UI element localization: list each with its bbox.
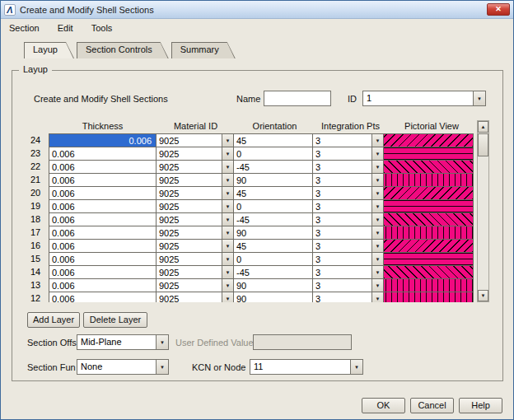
chevron-down-icon[interactable]: ▼ [371,266,383,278]
material-id-combo[interactable]: 9025▼ [156,173,234,187]
integration-pts-combo[interactable]: 3▼ [312,252,384,266]
delete-layer-button[interactable]: Delete Layer [83,312,147,328]
thickness-field[interactable]: 0.006 [49,133,157,147]
integration-pts-combo[interactable]: 3▼ [312,173,384,187]
material-id-combo[interactable]: 9025▼ [156,239,234,253]
chevron-down-icon[interactable]: ▼ [222,134,233,147]
chevron-down-icon[interactable]: ▼ [222,266,233,278]
menu-item-section[interactable]: Section [7,21,41,35]
material-id-combo[interactable]: 9025▼ [156,186,234,200]
scroll-up-button[interactable]: ▲ [478,121,488,133]
titlebar[interactable]: Λ Create and Modify Shell Sections ✕ [1,1,513,19]
add-layer-button[interactable]: Add Layer [27,312,80,328]
orientation-field[interactable]: 45 [233,186,313,200]
orientation-field[interactable]: -45 [233,265,313,279]
orientation-field[interactable]: -45 [233,212,313,226]
material-id-combo[interactable]: 9025▼ [156,199,234,213]
thickness-field[interactable]: 0.006 [49,292,157,302]
chevron-down-icon[interactable]: ▼ [371,187,383,199]
thickness-field[interactable]: 0.006 [49,239,157,253]
chevron-down-icon[interactable]: ▼ [222,279,233,292]
integration-pts-combo[interactable]: 3▼ [312,265,384,279]
chevron-down-icon[interactable]: ▼ [222,187,233,199]
thickness-field[interactable]: 0.006 [49,252,157,266]
chevron-down-icon[interactable]: ▼ [222,213,233,226]
help-button[interactable]: Help [459,398,502,413]
integration-pts-combo[interactable]: 3▼ [312,278,384,292]
material-id-combo[interactable]: 9025▼ [156,252,234,266]
scrollbar-thumb[interactable] [478,133,488,156]
chevron-down-icon[interactable]: ▼ [350,360,362,374]
orientation-field[interactable]: 45 [233,133,313,147]
table-scrollbar[interactable]: ▲ ▼ [477,120,489,302]
chevron-down-icon[interactable]: ▼ [371,253,383,265]
material-id-combo[interactable]: 9025▼ [156,160,234,174]
chevron-down-icon[interactable]: ▼ [371,134,383,147]
thickness-field[interactable]: 0.006 [49,186,157,200]
thickness-field[interactable]: 0.006 [49,199,157,213]
thickness-field[interactable]: 0.006 [49,265,157,279]
material-id-combo[interactable]: 9025▼ [156,147,234,161]
integration-pts-combo[interactable]: 3▼ [312,199,384,213]
integration-pts-combo[interactable]: 3▼ [312,239,384,253]
chevron-down-icon[interactable]: ▼ [222,253,233,265]
integration-pts-combo[interactable]: 3▼ [312,160,384,174]
integration-pts-combo[interactable]: 3▼ [312,226,384,240]
orientation-field[interactable]: 90 [233,292,313,302]
chevron-down-icon[interactable]: ▼ [222,226,233,239]
material-id-combo[interactable]: 9025▼ [156,278,234,292]
cancel-button[interactable]: Cancel [410,398,454,413]
orientation-field[interactable]: 0 [233,199,313,213]
integration-pts-combo[interactable]: 3▼ [312,133,384,147]
tab-section-controls[interactable]: Section Controls [77,42,169,58]
chevron-down-icon[interactable]: ▼ [371,226,383,239]
orientation-field[interactable]: 90 [233,278,313,292]
integration-pts-combo[interactable]: 3▼ [312,292,384,302]
thickness-field[interactable]: 0.006 [49,147,157,161]
orientation-field[interactable]: 0 [233,147,313,161]
kcn-or-node-combo[interactable]: 11 ▼ [250,359,363,375]
chevron-down-icon[interactable]: ▼ [222,200,233,212]
thickness-field[interactable]: 0.006 [49,226,157,240]
id-combo[interactable]: 1 ▼ [362,91,486,106]
orientation-field[interactable]: -45 [233,160,313,174]
ok-button[interactable]: OK [362,398,405,413]
integration-pts-combo[interactable]: 3▼ [312,212,384,226]
chevron-down-icon[interactable]: ▼ [371,279,383,292]
chevron-down-icon[interactable]: ▼ [222,161,233,173]
orientation-field[interactable]: 0 [233,252,313,266]
name-input[interactable] [264,91,331,106]
thickness-field[interactable]: 0.006 [49,173,157,187]
chevron-down-icon[interactable]: ▼ [371,174,383,186]
scroll-down-button[interactable]: ▼ [478,290,488,301]
chevron-down-icon[interactable]: ▼ [222,147,233,160]
chevron-down-icon[interactable]: ▼ [371,292,383,302]
thickness-field[interactable]: 0.006 [49,212,157,226]
chevron-down-icon[interactable]: ▼ [371,213,383,226]
section-offset-combo[interactable]: Mid-Plane ▼ [77,334,169,350]
orientation-field[interactable]: 90 [233,226,313,240]
chevron-down-icon[interactable]: ▼ [156,335,168,349]
chevron-down-icon[interactable]: ▼ [371,147,383,160]
material-id-combo[interactable]: 9025▼ [156,212,234,226]
tab-layup[interactable]: Layup [24,42,74,58]
chevron-down-icon[interactable]: ▼ [371,200,383,212]
integration-pts-combo[interactable]: 3▼ [312,147,384,161]
section-function-combo[interactable]: None ▼ [77,359,169,375]
material-id-combo[interactable]: 9025▼ [156,292,234,302]
chevron-down-icon[interactable]: ▼ [156,360,168,374]
tab-summary[interactable]: Summary [171,42,236,58]
chevron-down-icon[interactable]: ▼ [371,161,383,173]
chevron-down-icon[interactable]: ▼ [222,292,233,302]
chevron-down-icon[interactable]: ▼ [222,240,233,252]
menu-item-edit[interactable]: Edit [56,21,75,35]
chevron-down-icon[interactable]: ▼ [371,240,383,252]
material-id-combo[interactable]: 9025▼ [156,226,234,240]
thickness-field[interactable]: 0.006 [49,278,157,292]
orientation-field[interactable]: 90 [233,173,313,187]
close-button[interactable]: ✕ [487,3,510,16]
material-id-combo[interactable]: 9025▼ [156,133,234,147]
chevron-down-icon[interactable]: ▼ [222,174,233,186]
thickness-field[interactable]: 0.006 [49,160,157,174]
menu-item-tools[interactable]: Tools [90,21,114,35]
